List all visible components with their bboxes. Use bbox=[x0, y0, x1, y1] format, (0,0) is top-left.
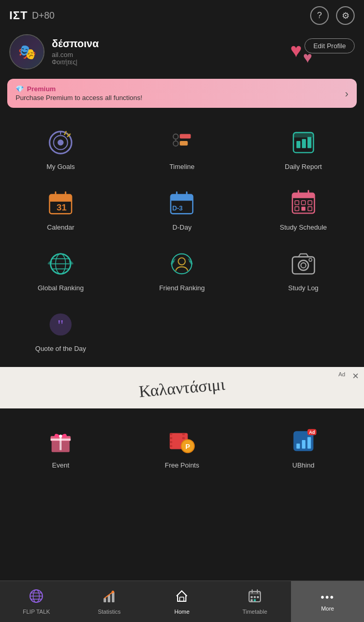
flip-talk-icon bbox=[29, 589, 43, 606]
svg-rect-55 bbox=[170, 437, 172, 439]
menu-item-free-points[interactable]: P Free Points bbox=[121, 416, 242, 476]
timetable-icon bbox=[247, 589, 262, 606]
more-icon: ••• bbox=[321, 591, 334, 603]
ad-close-button[interactable]: ✕ bbox=[352, 371, 359, 381]
avatar: 🎭 bbox=[9, 34, 45, 69]
premium-diamond-icon: 💎 bbox=[16, 85, 24, 93]
bottom-items-section: Event P Free Points bbox=[0, 411, 364, 487]
daily-report-label: Daily Report bbox=[285, 163, 322, 171]
timeline-label: Timeline bbox=[169, 163, 195, 171]
menu-item-global-ranking[interactable]: Global Ranking bbox=[0, 238, 121, 299]
svg-rect-81 bbox=[249, 591, 260, 595]
quote-icon: " bbox=[45, 308, 77, 341]
svg-point-4 bbox=[173, 134, 179, 139]
svg-text:31: 31 bbox=[56, 202, 67, 213]
home-icon bbox=[174, 589, 189, 606]
svg-rect-51 bbox=[51, 439, 71, 441]
premium-label: 💎 Premium bbox=[16, 85, 142, 93]
svg-rect-54 bbox=[170, 433, 172, 435]
svg-rect-57 bbox=[170, 445, 172, 447]
svg-point-52 bbox=[59, 434, 62, 437]
svg-rect-25 bbox=[293, 193, 315, 199]
svg-rect-77 bbox=[112, 592, 114, 602]
svg-rect-6 bbox=[180, 134, 191, 139]
statistics-label: Statistics bbox=[98, 609, 121, 615]
menu-item-ubhind[interactable]: Ad UBhind bbox=[243, 416, 364, 476]
calendar-icon: 31 bbox=[45, 187, 77, 219]
svg-rect-86 bbox=[257, 596, 259, 598]
free-points-icon: P bbox=[166, 425, 198, 457]
friend-ranking-label: Friend Ranking bbox=[159, 284, 205, 292]
menu-item-event[interactable]: Event bbox=[0, 416, 121, 476]
timetable-label: Timetable bbox=[242, 609, 267, 615]
svg-point-5 bbox=[173, 141, 179, 146]
menu-grid: My Goals Timeline Daily Report bbox=[0, 112, 364, 365]
header: ΙΣΤ D+80 ? ⚙ bbox=[0, 0, 364, 29]
nav-item-home[interactable]: Home bbox=[145, 581, 219, 622]
svg-rect-15 bbox=[50, 195, 72, 202]
menu-item-my-goals[interactable]: My Goals bbox=[0, 117, 121, 178]
bottom-nav: FLIP TALK Statistics Home bbox=[0, 581, 364, 622]
study-log-label: Study Log bbox=[288, 284, 319, 292]
nav-item-statistics[interactable]: Statistics bbox=[73, 581, 146, 622]
daily-report-icon bbox=[287, 126, 319, 159]
ad-badge: Ad bbox=[339, 371, 345, 377]
menu-item-study-schedule[interactable]: Study Schedule bbox=[243, 178, 364, 238]
edit-profile-button[interactable]: Edit Profile bbox=[304, 38, 355, 53]
svg-rect-11 bbox=[296, 141, 300, 148]
svg-point-2 bbox=[57, 139, 64, 146]
my-goals-label: My Goals bbox=[47, 163, 75, 171]
svg-rect-59 bbox=[182, 437, 185, 439]
svg-rect-85 bbox=[254, 596, 256, 598]
header-left: ΙΣΤ D+80 bbox=[9, 9, 54, 22]
svg-point-43 bbox=[298, 260, 308, 270]
home-label: Home bbox=[174, 609, 190, 615]
svg-rect-79 bbox=[180, 597, 184, 601]
help-button[interactable]: ? bbox=[310, 6, 329, 25]
premium-arrow-icon: › bbox=[345, 88, 348, 100]
menu-item-friend-ranking[interactable]: Friend Ranking bbox=[121, 238, 242, 299]
menu-item-timeline[interactable]: Timeline bbox=[121, 117, 242, 178]
dday-icon: D-3 bbox=[166, 187, 198, 219]
study-log-icon bbox=[287, 248, 319, 280]
nav-item-timetable[interactable]: Timetable bbox=[219, 581, 292, 622]
svg-rect-10 bbox=[293, 133, 313, 138]
study-schedule-icon bbox=[287, 187, 319, 219]
svg-rect-29 bbox=[301, 201, 305, 205]
menu-item-quote[interactable]: " Quote of the Day bbox=[0, 299, 121, 360]
calendar-label: Calendar bbox=[47, 223, 75, 231]
svg-rect-56 bbox=[170, 441, 172, 443]
app-title: ΙΣΤ bbox=[9, 9, 28, 22]
svg-point-41 bbox=[179, 258, 186, 265]
svg-text:": " bbox=[57, 317, 64, 333]
menu-item-daily-report[interactable]: Daily Report bbox=[243, 117, 364, 178]
ubhind-label: UBhind bbox=[293, 461, 315, 469]
timeline-icon bbox=[166, 126, 198, 159]
statistics-icon bbox=[102, 589, 117, 606]
study-schedule-label: Study Schedule bbox=[280, 223, 327, 231]
premium-banner[interactable]: 💎 Premium Purchase Premium to access all… bbox=[7, 79, 357, 108]
svg-rect-32 bbox=[301, 207, 305, 211]
svg-rect-88 bbox=[254, 599, 256, 601]
menu-item-calendar[interactable]: 31 Calendar bbox=[0, 178, 121, 238]
ubhind-icon: Ad bbox=[287, 425, 319, 457]
event-label: Event bbox=[52, 461, 69, 469]
premium-description: Purchase Premium to access all functions… bbox=[16, 94, 142, 102]
svg-rect-7 bbox=[180, 141, 188, 146]
more-label: More bbox=[321, 605, 334, 612]
svg-text:Ad: Ad bbox=[309, 430, 315, 435]
svg-rect-13 bbox=[308, 137, 312, 148]
menu-item-dday[interactable]: D-3 D-Day bbox=[121, 178, 242, 238]
menu-item-study-log[interactable]: Study Log bbox=[243, 238, 364, 299]
friend-ranking-icon bbox=[166, 248, 198, 280]
svg-rect-31 bbox=[295, 207, 299, 211]
nav-item-more[interactable]: ••• More bbox=[291, 581, 364, 622]
svg-rect-58 bbox=[182, 433, 185, 435]
svg-rect-75 bbox=[104, 598, 106, 602]
svg-rect-20 bbox=[171, 195, 193, 201]
nav-item-flip-talk[interactable]: FLIP TALK bbox=[0, 581, 73, 622]
header-icons: ? ⚙ bbox=[310, 6, 355, 25]
settings-button[interactable]: ⚙ bbox=[336, 6, 355, 25]
svg-rect-87 bbox=[251, 599, 253, 601]
flip-talk-label: FLIP TALK bbox=[23, 609, 50, 615]
